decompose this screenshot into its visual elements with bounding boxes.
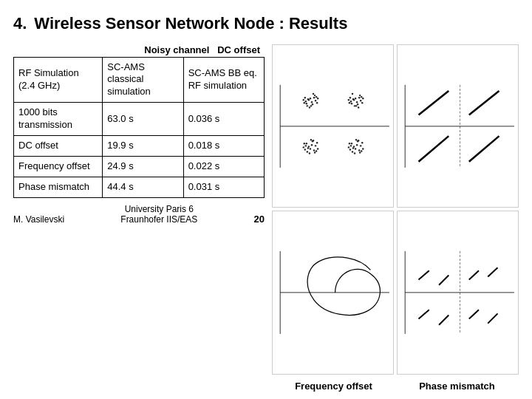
svg-point-72 <box>355 138 357 140</box>
results-table: RF Simulation(2.4 GHz) SC-AMS classical … <box>13 57 265 198</box>
row1-col3: 0.036 s <box>183 103 264 136</box>
table-row: Frequency offset 24.9 s 0.022 s <box>14 156 265 177</box>
svg-point-33 <box>359 94 361 95</box>
noisy-channel-plot <box>272 44 394 208</box>
svg-point-55 <box>316 142 318 143</box>
svg-point-8 <box>312 103 313 105</box>
svg-point-75 <box>361 142 363 143</box>
svg-point-23 <box>355 97 356 98</box>
svg-point-60 <box>317 148 318 149</box>
footer-center: University Paris 6 Fraunhofer IIS/EAS <box>120 204 197 225</box>
svg-point-50 <box>316 150 317 151</box>
title-number: 4. <box>13 14 27 33</box>
svg-point-27 <box>351 103 352 104</box>
svg-line-95 <box>439 276 449 285</box>
svg-line-88 <box>469 136 499 162</box>
row2-label: DC offset <box>14 135 103 156</box>
frequency-offset-plot <box>272 211 394 375</box>
title-text: Wireless Sensor Network Node : Results <box>34 14 347 33</box>
svg-point-16 <box>307 105 308 106</box>
svg-point-58 <box>309 152 310 154</box>
svg-point-81 <box>354 152 355 154</box>
svg-point-76 <box>352 151 353 152</box>
svg-point-80 <box>349 143 350 144</box>
svg-point-54 <box>304 149 306 150</box>
row1-label: 1000 bits transmission <box>14 103 103 136</box>
phase-mismatch-plot <box>397 211 519 375</box>
svg-point-74 <box>349 149 351 150</box>
slide-title: 4.Wireless Sensor Network Node : Results <box>13 13 519 34</box>
svg-point-36 <box>352 92 353 94</box>
svg-line-85 <box>419 90 449 115</box>
table-row: DC offset 19.9 s 0.018 s <box>14 135 265 156</box>
svg-point-19 <box>303 98 304 100</box>
svg-line-86 <box>469 90 499 115</box>
svg-point-53 <box>314 151 316 153</box>
svg-point-6 <box>315 100 316 101</box>
svg-point-15 <box>316 102 318 103</box>
svg-point-3 <box>310 97 311 98</box>
table-row: 1000 bits transmission 63.0 s 0.036 s <box>14 103 265 136</box>
header-col1: RF Simulation(2.4 GHz) <box>14 57 103 103</box>
svg-line-101 <box>488 314 497 324</box>
svg-line-94 <box>419 271 429 280</box>
svg-point-79 <box>362 148 364 149</box>
svg-point-10 <box>316 95 317 97</box>
svg-point-71 <box>350 145 352 146</box>
svg-point-57 <box>313 140 314 141</box>
svg-point-37 <box>358 106 359 108</box>
svg-line-99 <box>439 316 449 325</box>
noisy-channel-header: Noisy channel DC offset <box>13 44 265 55</box>
svg-line-97 <box>488 268 497 277</box>
svg-point-30 <box>361 95 362 97</box>
header-col3: SC-AMS BB eq. RF simulation <box>183 57 264 103</box>
row4-col2: 44.4 s <box>103 177 183 197</box>
row1-col2: 63.0 s <box>103 103 183 136</box>
svg-point-47 <box>306 143 307 144</box>
images-grid <box>272 44 519 375</box>
svg-point-46 <box>315 145 316 146</box>
svg-point-73 <box>359 151 361 153</box>
svg-point-44 <box>311 144 313 146</box>
svg-point-17 <box>313 92 314 94</box>
svg-point-51 <box>305 145 307 146</box>
svg-point-61 <box>304 143 305 144</box>
svg-point-59 <box>303 146 304 148</box>
svg-point-29 <box>352 98 354 99</box>
svg-point-12 <box>310 105 312 106</box>
svg-point-39 <box>362 97 364 98</box>
svg-point-11 <box>305 100 307 102</box>
svg-point-65 <box>358 149 360 151</box>
svg-line-98 <box>419 310 429 319</box>
page-number: 20 <box>254 214 265 225</box>
content-area: Noisy channel DC offset RF Simulation(2.… <box>13 44 519 392</box>
table-section: Noisy channel DC offset RF Simulation(2.… <box>13 44 265 392</box>
svg-point-35 <box>361 102 363 103</box>
svg-point-63 <box>355 148 356 149</box>
footer: M. Vasilevski University Paris 6 Fraunho… <box>13 204 265 225</box>
svg-point-4 <box>311 101 313 103</box>
dc-offset-plot <box>397 44 519 208</box>
svg-point-52 <box>310 138 312 140</box>
header-col2: SC-AMS classical simulation <box>103 57 183 103</box>
table-row: Phase mismatch 44.4 s 0.031 s <box>14 177 265 197</box>
visualizations-section: Frequency offset Phase mismatch <box>272 44 519 392</box>
svg-point-45 <box>313 149 315 151</box>
svg-point-77 <box>358 140 359 141</box>
row3-col2: 24.9 s <box>103 156 183 177</box>
svg-point-78 <box>348 146 349 148</box>
footer-left: M. Vasilevski <box>13 214 64 225</box>
svg-point-28 <box>357 103 358 105</box>
svg-line-100 <box>469 310 479 319</box>
svg-point-64 <box>356 144 358 146</box>
svg-line-87 <box>419 136 449 162</box>
svg-point-18 <box>309 106 310 108</box>
svg-point-24 <box>356 101 358 103</box>
svg-point-5 <box>313 96 315 98</box>
svg-point-7 <box>306 103 307 104</box>
row2-col3: 0.018 s <box>183 135 264 156</box>
svg-point-56 <box>307 151 308 152</box>
svg-point-14 <box>304 96 306 98</box>
svg-point-67 <box>351 143 352 144</box>
row4-col3: 0.031 s <box>183 177 264 197</box>
